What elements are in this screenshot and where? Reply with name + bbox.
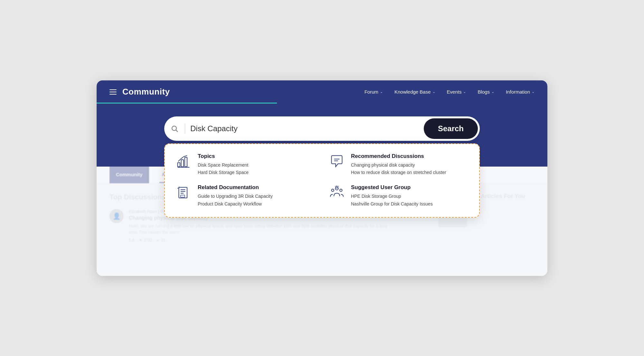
svg-point-15 <box>332 189 334 191</box>
dropdown-suggested-user-group: Suggested User Group HPE Disk Storage Gr… <box>328 184 469 208</box>
dropdown-related-documentation: Related Documentation Guide to Upgrading… <box>175 184 316 208</box>
nav-link-events[interactable]: Events ⌄ <box>447 89 466 95</box>
chevron-down-icon: ⌄ <box>463 90 466 94</box>
search-input[interactable] <box>190 118 422 139</box>
hero-section: Search Topics <box>97 104 547 167</box>
chevron-down-icon: ⌄ <box>432 90 435 94</box>
svg-line-1 <box>176 130 178 132</box>
user-group-content: Suggested User Group HPE Disk Storage Gr… <box>351 184 433 208</box>
chat-icon <box>328 153 345 170</box>
topics-content: Topics Disk Space Replacement Hard Disk … <box>198 153 249 177</box>
nav-links: Forum ⌄ Knowledge Base ⌄ Events ⌄ Blogs … <box>365 89 535 95</box>
search-icon <box>164 125 185 132</box>
dropdown-recommended-discussions: Recommended Discussions Changing physica… <box>328 153 469 177</box>
svg-rect-2 <box>178 162 180 167</box>
svg-line-20 <box>335 186 336 187</box>
search-button[interactable]: Search <box>424 118 478 139</box>
search-bar: Search <box>164 116 480 141</box>
svg-point-0 <box>172 126 176 131</box>
chart-icon <box>175 153 192 170</box>
svg-line-19 <box>338 186 339 187</box>
svg-rect-4 <box>185 157 187 167</box>
recommended-discussions-content: Recommended Discussions Changing physica… <box>351 153 446 177</box>
svg-rect-12 <box>181 195 185 197</box>
search-divider <box>185 123 185 134</box>
chevron-down-icon: ⌄ <box>491 90 494 94</box>
dropdown-topics: Topics Disk Space Replacement Hard Disk … <box>175 153 316 177</box>
nav-brand: Community <box>122 87 365 97</box>
nav-link-knowledge-base[interactable]: Knowledge Base ⌄ <box>394 89 435 95</box>
chevron-down-icon: ⌄ <box>532 90 535 94</box>
search-dropdown: Topics Disk Space Replacement Hard Disk … <box>164 143 480 218</box>
nav-link-blogs[interactable]: Blogs ⌄ <box>478 89 494 95</box>
svg-point-17 <box>336 187 338 188</box>
group-icon <box>328 184 345 201</box>
nav-link-information[interactable]: Information ⌄ <box>506 89 535 95</box>
related-docs-content: Related Documentation Guide to Upgrading… <box>198 184 273 208</box>
svg-point-16 <box>340 189 342 191</box>
hamburger-menu[interactable] <box>109 89 117 95</box>
browser-window: Community Forum ⌄ Knowledge Base ⌄ Event… <box>97 80 547 276</box>
nav-link-forum[interactable]: Forum ⌄ <box>365 89 383 95</box>
chevron-down-icon: ⌄ <box>380 90 383 94</box>
svg-rect-3 <box>181 160 184 167</box>
nav-bar: Community Forum ⌄ Knowledge Base ⌄ Event… <box>97 80 547 104</box>
docs-icon <box>175 184 192 201</box>
